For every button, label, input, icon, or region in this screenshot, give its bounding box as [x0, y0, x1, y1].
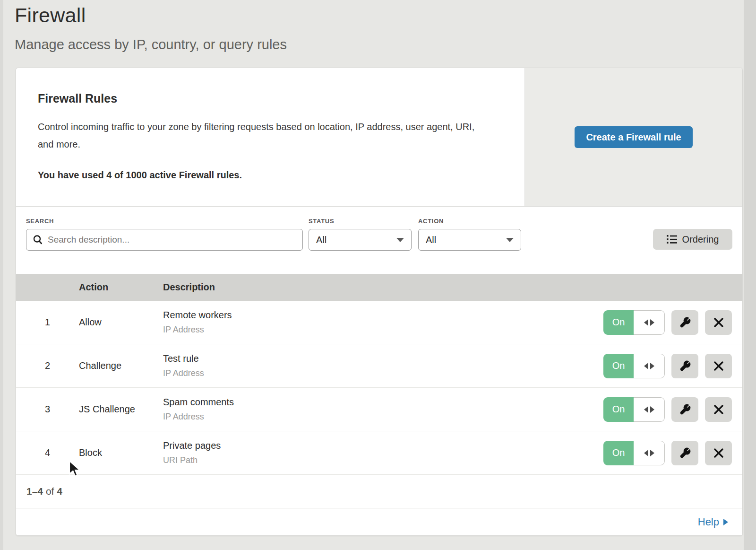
rule-match-type: IP Address — [163, 368, 603, 378]
delete-rule-button[interactable] — [705, 354, 732, 378]
chevron-down-icon — [506, 238, 514, 242]
status-selected-value: All — [316, 235, 326, 245]
search-label: SEARCH — [26, 218, 303, 225]
rule-match-type: URI Path — [163, 455, 603, 465]
firewall-page: Firewall Manage access by IP, country, o… — [0, 0, 756, 550]
table-header: Action Description — [16, 274, 742, 301]
table-row: 4 Block Private pages URI Path On — [16, 431, 742, 475]
wrench-icon — [679, 404, 691, 415]
action-label: ACTION — [418, 218, 521, 225]
wrench-icon — [679, 317, 691, 328]
status-label: STATUS — [309, 218, 412, 225]
rule-controls: On — [603, 310, 742, 335]
search-box — [26, 229, 303, 251]
rule-action: Allow — [79, 317, 163, 328]
rule-action: Block — [79, 447, 163, 458]
status-filter: STATUS All — [309, 218, 412, 251]
left-right-arrows-icon — [634, 310, 665, 335]
toggle-on-label: On — [603, 310, 634, 335]
chevron-down-icon — [396, 238, 404, 242]
edit-rule-button[interactable] — [671, 354, 698, 378]
create-firewall-rule-button[interactable]: Create a Firewall rule — [575, 126, 693, 148]
rule-controls: On — [603, 354, 742, 378]
page-subtitle: Manage access by IP, country, or query r… — [15, 37, 287, 52]
action-filter: ACTION All — [418, 218, 521, 251]
rule-priority: 4 — [16, 447, 79, 458]
close-icon — [713, 361, 724, 371]
rule-priority: 3 — [16, 404, 79, 415]
rule-priority: 2 — [16, 360, 79, 371]
pagination-total: 4 — [57, 486, 62, 497]
firewall-rules-card: Firewall Rules Control incoming traffic … — [16, 68, 743, 536]
left-right-arrows-icon — [634, 354, 665, 378]
ordering-button-label: Ordering — [682, 234, 719, 245]
card-description: Control incoming traffic to your zone by… — [38, 118, 487, 153]
pagination: 1–4 of 4 — [16, 475, 742, 508]
rule-action: JS Challenge — [79, 404, 163, 415]
close-icon — [713, 317, 724, 328]
rule-description: Spam comments — [163, 397, 603, 408]
table-row: 1 Allow Remote workers IP Address On — [16, 301, 742, 344]
rule-description-cell: Test rule IP Address — [163, 353, 603, 378]
table-row: 3 JS Challenge Spam comments IP Address … — [16, 388, 742, 431]
help-link[interactable]: Help — [698, 516, 728, 528]
rule-description-cell: Private pages URI Path — [163, 440, 603, 465]
rule-controls: On — [603, 397, 742, 422]
search-input[interactable] — [48, 235, 296, 245]
page-title: Firewall — [15, 4, 287, 27]
card-footer: Help — [16, 508, 742, 535]
rule-description-cell: Spam comments IP Address — [163, 397, 603, 422]
close-icon — [713, 404, 724, 415]
status-select[interactable]: All — [309, 229, 412, 251]
close-icon — [713, 448, 724, 458]
right-triangle-icon — [723, 519, 728, 525]
table-row: 2 Challenge Test rule IP Address On — [16, 344, 742, 388]
ordered-list-icon — [667, 235, 677, 244]
page-right-edge — [744, 0, 756, 550]
rule-description-cell: Remote workers IP Address — [163, 310, 603, 335]
left-right-arrows-icon — [634, 397, 665, 422]
edit-rule-button[interactable] — [671, 310, 698, 335]
description-column-header: Description — [163, 282, 732, 293]
action-column-header: Action — [79, 282, 163, 293]
rule-controls: On — [603, 441, 742, 465]
filters-bar: SEARCH STATUS All ACTION — [16, 207, 742, 274]
usage-summary: You have used 4 of 1000 active Firewall … — [38, 170, 496, 181]
rule-enabled-toggle[interactable]: On — [603, 397, 665, 422]
card-top-section: Firewall Rules Control incoming traffic … — [16, 68, 742, 207]
rule-description: Remote workers — [163, 310, 603, 321]
card-heading: Firewall Rules — [38, 92, 496, 105]
toggle-on-label: On — [603, 441, 634, 465]
rule-priority: 1 — [16, 317, 79, 328]
wrench-icon — [679, 447, 691, 459]
mouse-cursor — [68, 460, 81, 477]
edit-rule-button[interactable] — [671, 397, 698, 422]
wrench-icon — [679, 360, 691, 372]
search-icon — [33, 235, 43, 245]
card-action-panel: Create a Firewall rule — [524, 68, 742, 206]
action-selected-value: All — [426, 235, 436, 245]
delete-rule-button[interactable] — [705, 310, 732, 335]
rule-enabled-toggle[interactable]: On — [603, 354, 665, 378]
help-label: Help — [698, 516, 719, 528]
rule-description: Private pages — [163, 440, 603, 451]
delete-rule-button[interactable] — [705, 441, 732, 465]
search-filter: SEARCH — [26, 218, 303, 251]
rule-match-type: IP Address — [163, 325, 603, 335]
rule-action: Challenge — [79, 360, 163, 371]
rule-description: Test rule — [163, 353, 603, 364]
rule-match-type: IP Address — [163, 412, 603, 422]
pagination-range: 1–4 — [26, 486, 43, 497]
card-intro: Firewall Rules Control incoming traffic … — [16, 68, 524, 206]
page-header: Firewall Manage access by IP, country, o… — [15, 4, 287, 52]
pagination-of: of — [46, 486, 54, 497]
rule-enabled-toggle[interactable]: On — [603, 441, 665, 465]
action-select[interactable]: All — [418, 229, 521, 251]
edit-rule-button[interactable] — [671, 441, 698, 465]
delete-rule-button[interactable] — [705, 397, 732, 422]
ordering-button[interactable]: Ordering — [653, 229, 732, 250]
toggle-on-label: On — [603, 397, 634, 422]
left-right-arrows-icon — [634, 441, 665, 465]
toggle-on-label: On — [603, 354, 634, 378]
rule-enabled-toggle[interactable]: On — [603, 310, 665, 335]
